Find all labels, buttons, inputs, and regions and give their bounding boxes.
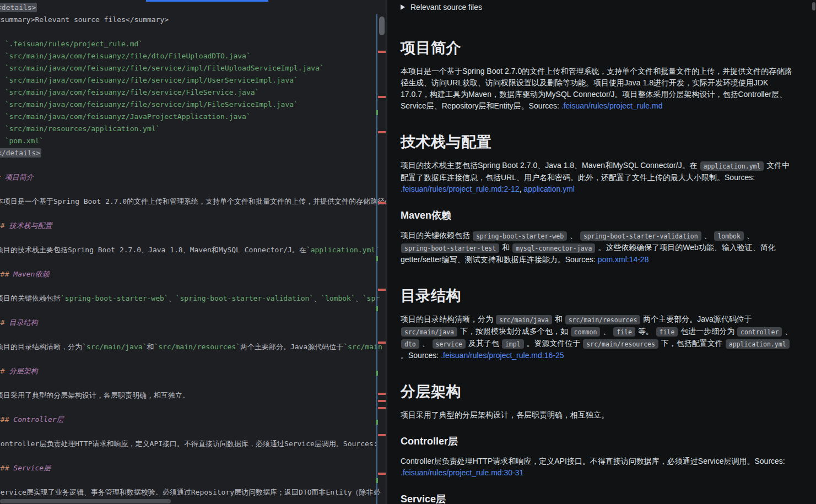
code-span-token: `lombok` [321,294,355,302]
code-line[interactable]: # 项目简介 [0,171,387,183]
code-line[interactable] [0,450,387,462]
code-line[interactable]: - `pom.xml` [0,135,387,147]
details-toggle[interactable]: Relevant source files [401,3,797,12]
code-token: Controller层负责处理HTTP请求和响应，定义API接口。不得直接访问数… [0,440,377,448]
code-line[interactable]: - `.feisuan/rules/project_rule.md` [0,38,387,50]
code-span-token: `src/main/java` [82,343,147,351]
code-token: Maven依赖 [13,270,49,278]
code-line[interactable] [0,329,387,341]
code-line[interactable]: ### Controller层 [0,414,387,426]
code-line[interactable] [0,402,387,414]
code-line[interactable] [0,232,387,244]
error-stripe-mark[interactable] [378,289,386,291]
source-link[interactable]: .feisuan/rules/project_rule.md:30-31 [401,468,523,477]
error-stripe-mark[interactable] [378,202,386,204]
error-stripe-mark[interactable] [378,96,386,98]
code-token: - [0,76,5,84]
code-line[interactable]: ## 分层架构 [0,365,387,377]
code-token: Service层实现了业务逻辑、事务管理和数据校验。必须通过Repository… [0,488,381,496]
error-stripe-mark[interactable] [378,400,386,402]
source-link[interactable]: pom.xml:14-28 [598,255,649,264]
code-token: Service层 [13,464,51,472]
code-line[interactable] [0,208,387,220]
change-stripe-mark[interactable] [376,256,378,261]
code-line[interactable]: - `src/main/java/com/feisuanyz/file/serv… [0,99,387,111]
preview-content: Relevant source files项目简介本项目是一个基于Spring … [387,3,816,504]
code-line[interactable]: - `src/main/java/com/feisuanyz/file/dto/… [0,50,387,62]
code-line[interactable] [0,159,387,171]
code-line[interactable] [0,183,387,196]
code-line[interactable]: ## 技术栈与配置 [0,220,387,232]
code-span-token: `src/main/java/com/feisuanyz/file/servic… [5,88,260,96]
inline-code-chip: src/main/java [401,327,457,337]
code-line[interactable]: - `src/main/java/com/feisuanyz/file/serv… [0,86,387,99]
error-stripe-mark[interactable] [378,342,386,344]
code-line[interactable]: 项目的关键依赖包括`spring-boot-starter-web`、`spri… [0,292,387,305]
code-token: <summary> [0,15,35,24]
code-line[interactable]: <details> [0,2,387,14]
code-token: </summary> [126,15,169,24]
code-line[interactable] [0,305,387,317]
code-line[interactable]: - `src/main/java/com/feisuanyz/JavaProje… [0,111,387,123]
error-stripe-mark[interactable] [378,434,386,436]
code-line[interactable]: - `src/main/java/com/feisuanyz/file/serv… [0,62,387,74]
code-token: - [0,88,5,96]
inline-code-chip: src/main/java [496,315,552,324]
change-stripe-mark[interactable] [376,306,378,311]
preview-vertical-scrollbar-thumb[interactable] [812,2,815,10]
code-token: - [0,52,5,60]
inline-code-chip: file [656,327,678,337]
code-token: 技术栈与配置 [9,221,52,230]
error-stripe-mark[interactable] [378,393,386,395]
code-line[interactable]: 项目采用了典型的分层架构设计，各层职责明确，相互独立。 [0,389,387,402]
paragraph-text: 项目采用了典型的分层架构设计，各层职责明确，相互独立。 [401,410,609,419]
code-line[interactable] [0,280,387,292]
code-line[interactable] [0,474,387,486]
code-line[interactable]: ### Service层 [0,462,387,474]
code-token: 分层架构 [9,367,37,375]
code-span-token: `src/main/java/com/feisuanyz/JavaProject… [5,112,251,121]
inline-code-chip: dto [401,339,419,349]
code-line[interactable]: - `src/main/resources/application.yml` [0,123,387,135]
code-span-token: `src/main/java/com/feisuanyz/file/servic… [5,100,298,109]
code-line[interactable]: </details> [0,147,387,159]
code-line[interactable] [0,426,387,438]
inline-code-chip: lombok [714,231,744,241]
source-link[interactable]: application.yml [523,185,575,193]
code-token: ## [0,367,9,375]
code-line[interactable] [0,26,387,38]
code-line[interactable]: ## 目录结构 [0,317,387,329]
preview-heading: 目录结构 [401,286,797,306]
change-stripe-mark[interactable] [376,371,378,376]
code-line[interactable] [0,256,387,268]
code-line[interactable]: ### Maven依赖 [0,268,387,280]
source-link[interactable]: .feisuan/rules/project_rule.md:2-12 [401,185,520,193]
editor-vertical-scrollbar-thumb[interactable] [379,17,385,35]
change-stripe-mark[interactable] [376,420,378,425]
code-line[interactable]: <summary>Relevant source files</summary> [0,14,387,26]
preview-heading: 分层架构 [401,382,797,402]
code-token: ### [0,415,13,424]
code-line[interactable] [0,353,387,365]
error-stripe-mark[interactable] [378,51,386,53]
code-line[interactable]: 项目的技术栈主要包括Spring Boot 2.7.0、Java 1.8、Mav… [0,244,387,256]
source-link[interactable]: .feisuan/rules/project_rule.md [561,101,663,110]
source-link[interactable]: .feisuan/rules/project_rule.md:16-25 [441,351,564,360]
code-span-token: `spring-boot-starter-web` [61,294,169,302]
code-line[interactable]: - `src/main/java/com/feisuanyz/file/serv… [0,74,387,86]
code-line[interactable]: Service层实现了业务逻辑、事务管理和数据校验。必须通过Repository… [0,486,387,498]
code-line[interactable]: 本项目是一个基于Spring Boot 2.7.0的文件上传和管理系统，支持单个… [0,196,387,208]
paragraph-text: 项目的目录结构清晰，分为 [401,315,495,323]
code-line[interactable]: Controller层负责处理HTTP请求和响应，定义API接口。不得直接访问数… [0,438,387,450]
code-line[interactable] [0,377,387,389]
editor-horizontal-scrollbar-thumb[interactable] [0,499,171,503]
change-stripe-mark[interactable] [376,110,378,115]
paragraph-text: 和 [553,315,565,323]
paragraph-text: 下，按照模块划分成多个包，如 [458,327,570,335]
error-stripe-mark[interactable] [378,407,386,409]
error-stripe-mark[interactable] [378,131,386,133]
change-stripe-mark[interactable] [376,478,378,483]
code-line[interactable]: 项目的目录结构清晰，分为`src/main/java`和`src/main/re… [0,341,387,353]
preview-heading: Service层 [401,492,797,504]
error-stripe-mark[interactable] [378,473,386,475]
